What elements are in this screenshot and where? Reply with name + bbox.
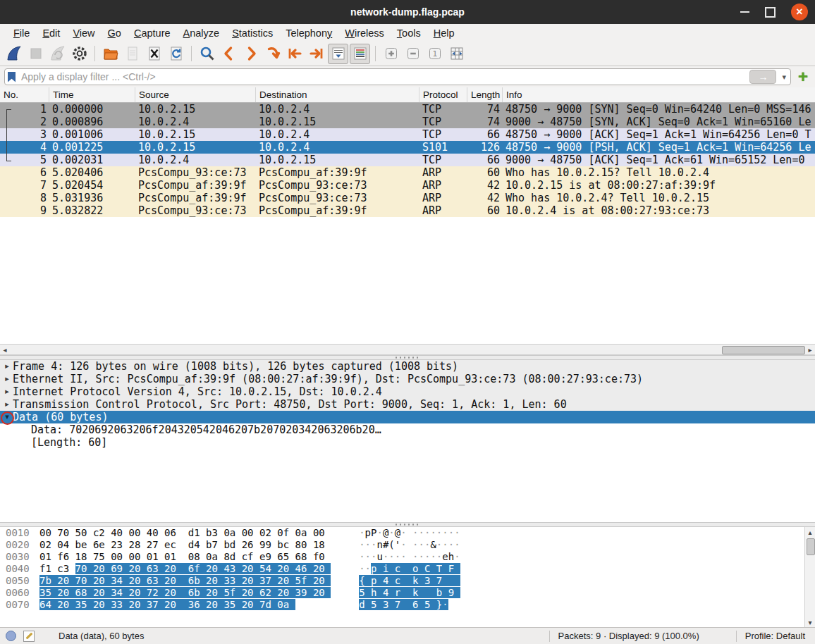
colorize-button[interactable] xyxy=(350,44,370,64)
hex-row-0060[interactable]: 006035 20 68 20 34 20 72 20 6b 20 5f 20 … xyxy=(0,587,815,599)
menu-telephony[interactable]: Telephony xyxy=(279,26,338,40)
hex-ascii: ···u···· ·····eh· xyxy=(359,551,460,563)
capture-options-button[interactable] xyxy=(69,44,90,64)
collapsed-arrow-icon[interactable]: ▸ xyxy=(1,398,13,411)
pane-splitter-top[interactable] xyxy=(0,355,815,360)
packet-row-5[interactable]: 50.00203110.0.2.410.0.2.15TCP669000 → 48… xyxy=(0,154,815,166)
main-toolbar: 1 xyxy=(0,42,815,66)
packet-row-3[interactable]: 30.00100610.0.2.1510.0.2.4TCP6648750 → 9… xyxy=(0,128,815,141)
start-capture-button[interactable] xyxy=(4,44,24,64)
apply-filter-button[interactable]: → xyxy=(749,70,776,84)
svg-text:1: 1 xyxy=(432,49,437,58)
cell-len: 66 xyxy=(467,154,503,166)
vscroll-thumb[interactable] xyxy=(807,538,815,555)
go-forward-button[interactable] xyxy=(240,44,261,64)
detail-row-1[interactable]: ▸Ethernet II, Src: PcsCompu_af:39:9f (08… xyxy=(0,373,815,385)
packet-row-1[interactable]: 10.00000010.0.2.1510.0.2.4TCP7448750 → 9… xyxy=(0,103,815,116)
column-header-source[interactable]: Source xyxy=(135,87,256,102)
zoom-100-button[interactable]: 1 xyxy=(424,44,445,64)
hex-row-0010[interactable]: 001000 70 50 c2 40 00 40 06 d1 b3 0a 00 … xyxy=(0,527,815,539)
detail-row-2[interactable]: ▸Internet Protocol Version 4, Src: 10.0.… xyxy=(0,385,815,398)
zoom-out-button[interactable] xyxy=(403,44,423,64)
display-filter-input[interactable] xyxy=(20,70,745,83)
open-file-button[interactable] xyxy=(100,44,121,64)
auto-scroll-button[interactable] xyxy=(328,44,348,64)
hex-row-0050[interactable]: 00507b 20 70 20 34 20 63 20 6b 20 33 20 … xyxy=(0,575,815,587)
pane-splitter-bottom[interactable] xyxy=(0,522,815,527)
cell-info: 10.0.2.15 is at 08:00:27:af:39:9f xyxy=(503,179,815,192)
cell-dst: PcsCompu_af:39:9f xyxy=(256,204,419,217)
detail-row-6[interactable]: [Length: 60] xyxy=(0,436,815,449)
go-to-packet-button[interactable] xyxy=(262,44,283,64)
packet-list-hscrollbar[interactable]: ◂ ▸ xyxy=(0,344,815,355)
column-header-protocol[interactable]: Protocol xyxy=(419,87,467,102)
hex-row-0020[interactable]: 002002 04 be 6e 23 28 27 ec d4 b7 bd 26 … xyxy=(0,539,815,551)
collapsed-arrow-icon[interactable]: ▸ xyxy=(1,385,13,398)
hex-offset: 0030 xyxy=(6,551,35,563)
menu-file[interactable]: File xyxy=(7,26,36,40)
menu-statistics[interactable]: Statistics xyxy=(226,26,279,40)
minimize-icon[interactable] xyxy=(740,11,749,13)
maximize-icon[interactable] xyxy=(765,7,776,18)
menu-edit[interactable]: Edit xyxy=(36,26,66,40)
menu-wireless[interactable]: Wireless xyxy=(338,26,391,40)
status-field-info: Data (data), 60 bytes xyxy=(59,631,144,641)
filter-dropdown-caret-icon[interactable]: ▾ xyxy=(780,73,788,82)
go-first-button[interactable] xyxy=(284,44,305,64)
cell-dst: PcsCompu_93:ce:73 xyxy=(256,179,419,192)
column-header-info[interactable]: Info xyxy=(503,87,815,102)
detail-row-3[interactable]: ▸Transmission Control Protocol, Src Port… xyxy=(0,398,815,411)
packet-row-2[interactable]: 20.00089610.0.2.410.0.2.15TCP749000 → 48… xyxy=(0,116,815,128)
hscroll-thumb[interactable] xyxy=(722,346,805,354)
find-packet-button[interactable] xyxy=(197,44,217,64)
menu-go[interactable]: Go xyxy=(102,26,128,40)
add-filter-button[interactable]: + xyxy=(795,68,811,85)
menu-help[interactable]: Help xyxy=(427,26,461,40)
cell-len: 74 xyxy=(467,103,503,116)
bookmark-icon[interactable] xyxy=(8,72,16,82)
capture-comment-icon[interactable] xyxy=(23,631,35,642)
packet-row-6[interactable]: 65.020406PcsCompu_93:ce:73PcsCompu_af:39… xyxy=(0,166,815,179)
cell-time: 5.032822 xyxy=(49,204,135,217)
column-header-no[interactable]: No. xyxy=(0,87,49,102)
packet-row-9[interactable]: 95.032822PcsCompu_93:ce:73PcsCompu_af:39… xyxy=(0,204,815,217)
detail-row-4[interactable]: ▾Data (60 bytes) xyxy=(0,411,815,423)
menu-view[interactable]: View xyxy=(66,26,101,40)
packet-row-8[interactable]: 85.031936PcsCompu_af:39:9fPcsCompu_93:ce… xyxy=(0,192,815,204)
hex-row-0040[interactable]: 0040f1 c3 70 20 69 20 63 20 6f 20 43 20 … xyxy=(0,563,815,575)
menu-capture[interactable]: Capture xyxy=(128,26,177,40)
reload-file-button[interactable] xyxy=(166,44,186,64)
packet-list-header[interactable]: No.TimeSourceDestinationProtocolLengthIn… xyxy=(0,87,815,103)
scroll-up-icon[interactable]: ▴ xyxy=(805,527,815,537)
detail-row-5[interactable]: Data: 7020692063206f204320542046207b2070… xyxy=(0,423,815,436)
close-file-button[interactable] xyxy=(144,44,164,64)
column-header-time[interactable]: Time xyxy=(49,87,135,102)
cell-dst: PcsCompu_af:39:9f xyxy=(256,166,419,179)
hex-row-0030[interactable]: 003001 f6 18 75 00 00 01 01 08 0a 8d cf … xyxy=(0,551,815,563)
hex-row-0070[interactable]: 007064 20 35 20 33 20 37 20 36 20 35 20 … xyxy=(0,599,815,611)
close-icon[interactable]: × xyxy=(791,4,808,20)
scroll-down-icon[interactable]: ▾ xyxy=(805,617,815,627)
column-header-length[interactable]: Length xyxy=(467,87,503,102)
cell-dst: 10.0.2.4 xyxy=(256,128,419,141)
menu-tools[interactable]: Tools xyxy=(391,26,427,40)
hex-ascii: ··p i c o C T F xyxy=(359,563,460,575)
menu-analyze[interactable]: Analyze xyxy=(177,26,226,40)
scroll-right-icon[interactable]: ▸ xyxy=(805,345,815,354)
go-last-button[interactable] xyxy=(306,44,326,64)
collapsed-arrow-icon[interactable]: ▸ xyxy=(1,360,13,373)
scroll-left-icon[interactable]: ◂ xyxy=(0,345,10,354)
resize-columns-button[interactable] xyxy=(446,44,467,64)
zoom-in-button[interactable] xyxy=(381,44,401,64)
collapsed-arrow-icon[interactable]: ▸ xyxy=(1,373,13,385)
detail-row-0[interactable]: ▸Frame 4: 126 bytes on wire (1008 bits),… xyxy=(0,360,815,373)
expert-info-icon[interactable] xyxy=(6,631,16,641)
column-header-destination[interactable]: Destination xyxy=(256,87,419,102)
packet-row-4[interactable]: 40.00122510.0.2.1510.0.2.4S10112648750 →… xyxy=(0,141,815,154)
title-bar[interactable]: network-dump.flag.pcap × xyxy=(0,0,815,24)
display-filter-box[interactable]: → ▾ xyxy=(4,68,791,85)
status-profile[interactable]: Profile: Default xyxy=(745,631,805,641)
go-back-button[interactable] xyxy=(219,44,239,64)
bytes-vscrollbar[interactable]: ▴ ▾ xyxy=(804,527,815,627)
packet-row-7[interactable]: 75.020454PcsCompu_af:39:9fPcsCompu_93:ce… xyxy=(0,179,815,192)
